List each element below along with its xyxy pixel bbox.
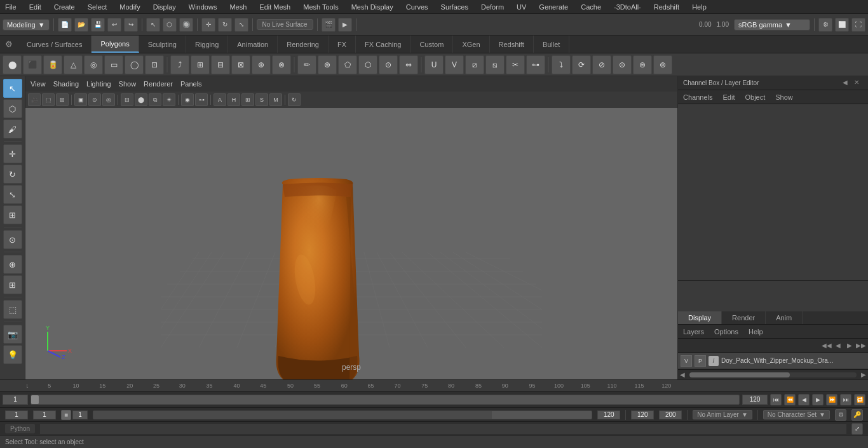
menu-help[interactable]: Help [689,2,709,12]
shelf-deform3[interactable]: ⊘ [592,55,611,74]
menu-modify[interactable]: Modify [117,2,142,12]
range-abs-input[interactable] [659,411,682,419]
shelf-cylinder[interactable]: 🥫 [43,55,62,74]
channel-menu-edit[interactable]: Edit [722,93,735,101]
show-manip-btn[interactable]: ⊕ [3,255,22,274]
menu-redshift[interactable]: Redshift [651,2,682,12]
vp-menu-view[interactable]: View [31,80,46,88]
move-mode-btn[interactable]: ✛ [3,144,22,163]
layer-scroll-left[interactable]: ◀◀ [822,341,831,350]
shelf-disk[interactable]: ◯ [125,55,144,74]
step-forward-btn[interactable]: ⏩ [826,394,837,405]
vp-camera-btn[interactable]: 🎥 [28,93,41,106]
range-end-input[interactable] [597,411,620,419]
move-tool-btn[interactable]: ✛ [201,18,215,32]
vp-light-btn[interactable]: ☀ [163,93,175,106]
tab-fx-caching[interactable]: FX Caching [356,36,410,53]
menu-select[interactable]: Select [85,2,110,12]
menu-surfaces[interactable]: Surfaces [438,2,471,12]
layer-scrollbar[interactable]: ◀ ▶ [678,369,868,379]
vp-grid-btn[interactable]: ⊞ [241,93,254,106]
menu-mesh-display[interactable]: Mesh Display [349,2,396,12]
frame-start-input[interactable] [3,395,28,405]
layer-scroll-track[interactable] [689,372,857,377]
menu-create[interactable]: Create [51,2,78,12]
no-character-set-dropdown[interactable]: No Character Set ▼ [763,410,830,419]
menu-file[interactable]: File [3,2,19,12]
vp-select-by-type[interactable]: ▣ [74,93,87,106]
menu-mesh[interactable]: Mesh [227,2,249,12]
shelf-curve-tool[interactable]: ✏ [297,55,316,74]
live-surface-btn[interactable]: No Live Surface [257,19,313,30]
tab-bullet[interactable]: Bullet [534,36,570,53]
vp-rotate-camera[interactable]: ↻ [288,93,301,106]
rp-close-icon[interactable]: ✕ [854,79,863,88]
shelf-bridge[interactable]: ⊞ [191,55,210,74]
vp-smooth-shade-btn[interactable]: ⬤ [135,93,147,106]
no-anim-layer-dropdown[interactable]: No Anim Layer ▼ [693,410,752,419]
layer-p-btn[interactable]: P [695,355,706,367]
settings-btn[interactable]: ⚙ [818,18,832,32]
tab-settings-icon[interactable]: ⚙ [0,36,18,53]
sub-frame-input[interactable] [33,411,56,419]
slider-color-btn[interactable]: ■ [61,410,71,420]
layout-btn[interactable]: ⬜ [835,18,849,32]
layer-color-swatch[interactable]: / [709,356,719,366]
shelf-deform1[interactable]: ⤵ [552,55,571,74]
layers-menu-help[interactable]: Help [749,328,763,336]
lasso-mode-btn[interactable]: ⬡ [3,99,22,118]
render-seq-btn[interactable]: ▶ [338,18,352,32]
soft-select-btn[interactable]: ⊙ [3,230,22,249]
shelf-smooth[interactable]: ⊛ [318,55,337,74]
shelf-layout[interactable]: ⧅ [485,55,505,74]
layers-menu-options[interactable]: Options [714,328,738,336]
menu-curves[interactable]: Curves [403,2,431,12]
menu-display[interactable]: Display [151,2,179,12]
vp-aa-btn[interactable]: A [214,93,226,106]
save-scene-btn[interactable]: 💾 [91,18,105,32]
fullscreen-btn[interactable]: ⛶ [851,18,865,32]
shelf-deform4[interactable]: ⊝ [613,55,632,74]
vp-ss-btn[interactable]: S [255,93,268,106]
shelf-boolean[interactable]: ⊙ [379,55,398,74]
tab-animation[interactable]: Animation [228,36,278,53]
display-tab-anim[interactable]: Anim [766,311,803,324]
layer-scroll-prev[interactable]: ◀ [834,341,843,350]
new-scene-btn[interactable]: 📄 [58,18,72,32]
vp-menu-renderer[interactable]: Renderer [144,80,173,88]
render-btn[interactable]: 🎬 [322,18,336,32]
shelf-separate[interactable]: ⊗ [272,55,291,74]
vp-soft-select-vp[interactable]: ◎ [102,93,115,106]
redo-btn[interactable]: ↪ [124,18,138,32]
vp-menu-lighting[interactable]: Lighting [86,80,111,88]
shelf-append[interactable]: ⊟ [211,55,230,74]
viewport-area[interactable]: View Shading Lighting Show Renderer Pane… [25,76,677,379]
menu-cache[interactable]: Cache [578,2,604,12]
menu-3dtall[interactable]: -3DtoAll- [611,2,644,12]
workspace-dropdown[interactable]: Modeling ▼ [3,19,50,31]
tab-fx[interactable]: FX [329,36,356,53]
vp-menu-panels[interactable]: Panels [180,80,202,88]
open-scene-btn[interactable]: 📂 [74,18,88,32]
shelf-pipe[interactable]: ⊡ [145,55,164,74]
tab-xgen[interactable]: XGen [453,36,489,53]
shelf-plane[interactable]: ▭ [104,55,123,74]
step-back-btn[interactable]: ⏪ [784,394,796,405]
select-mode-btn[interactable]: ↖ [3,79,22,98]
menu-mesh-tools[interactable]: Mesh Tools [301,2,341,12]
vp-menu-shading[interactable]: Shading [53,80,79,88]
layer-scroll-thumb[interactable] [689,372,790,377]
3d-object[interactable] [248,178,388,379]
menu-edit-mesh[interactable]: Edit Mesh [257,2,293,12]
shelf-torus[interactable]: ◎ [84,55,103,74]
menu-deform[interactable]: Deform [478,2,506,12]
shelf-unfold[interactable]: ⧄ [465,55,484,74]
display-tab-render[interactable]: Render [722,311,766,324]
camera-btn[interactable]: 📷 [3,325,22,344]
shelf-sew[interactable]: ⊶ [526,55,545,74]
loop-btn[interactable]: 🔁 [854,394,865,405]
python-input[interactable] [40,424,846,434]
tab-rigging[interactable]: Rigging [186,36,228,53]
shelf-extrude[interactable]: ⤴ [170,55,189,74]
timeline-slider-thumb[interactable] [31,395,39,404]
